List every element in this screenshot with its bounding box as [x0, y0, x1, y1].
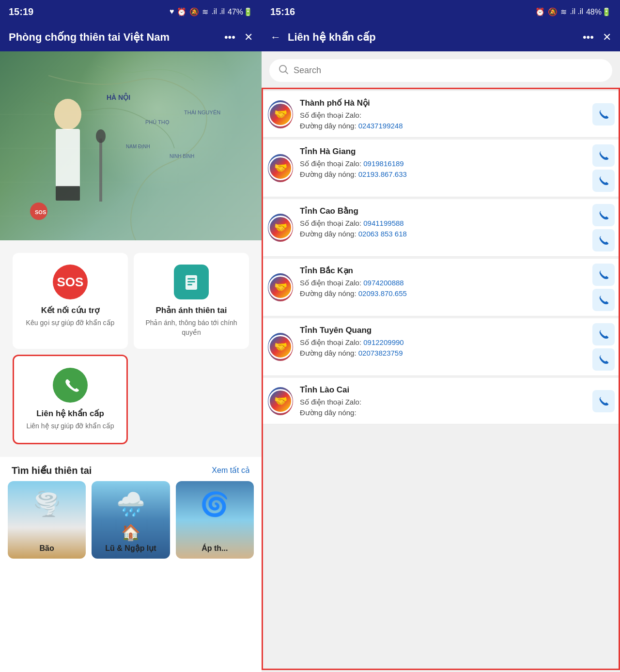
contact-logo: 🤝: [263, 259, 298, 316]
thumb-flood-label: Lũ & Ngập lụt: [92, 544, 170, 553]
hotline-label: Đường dây nóng: 02193.867.633: [300, 170, 585, 179]
zalo-label: Số điện thoại Zalo: 0919816189: [300, 159, 585, 168]
report-label: Phản ánh thiên tai: [156, 305, 227, 315]
contact-item: 🤝 Tỉnh Bắc Kạn Số điện thoại Zalo: 09742…: [263, 259, 619, 316]
hotline-number[interactable]: 02063 853 618: [358, 230, 407, 238]
right-battery-label: 48%🔋: [586, 7, 611, 16]
map-svg: HÀ NỘI PHÚ THỌ THÁI NGUYÊN NAM ĐỊNH NINH…: [0, 51, 262, 240]
contact-name: Tỉnh Tuyên Quang: [300, 325, 585, 335]
zalo-label: Số điện thoại Zalo: 0941199588: [300, 219, 585, 228]
contact-logo: 🤝: [263, 378, 298, 424]
logo-circle: 🤝: [268, 333, 293, 361]
call-button[interactable]: [592, 289, 615, 311]
flood-house-icon: 🏠: [121, 523, 140, 542]
logo-inner: 🤝: [268, 275, 293, 299]
svg-rect-6: [56, 186, 80, 201]
logo-circle: 🤝: [268, 100, 293, 128]
right-more-icon[interactable]: •••: [583, 31, 594, 44]
logo-circle: 🤝: [268, 387, 293, 415]
call-button[interactable]: [592, 264, 615, 286]
search-input[interactable]: [294, 65, 604, 76]
hotline-number[interactable]: 02193.867.633: [358, 170, 407, 178]
thumb-tornado[interactable]: 🌪️ Bão: [8, 481, 86, 559]
back-icon[interactable]: ←: [270, 31, 281, 44]
contact-info: Tỉnh Hà Giang Số điện thoại Zalo: 091981…: [298, 140, 589, 197]
contacts-list: 🤝 Thành phố Hà Nội Số điện thoại Zalo: Đ…: [263, 89, 619, 426]
tornado-icon: 🌪️: [32, 491, 62, 518]
call-button[interactable]: [592, 229, 615, 251]
svg-rect-18: [187, 281, 195, 282]
thumb-apt[interactable]: 🌀 Áp th...: [176, 481, 254, 559]
call-button[interactable]: [592, 103, 615, 125]
contact-name: Tỉnh Cao Bằng: [300, 206, 585, 216]
logo-circle: 🤝: [268, 214, 293, 242]
contact-name: Thành phố Hà Nội: [300, 98, 585, 108]
emergency-icon: [53, 368, 88, 403]
svg-rect-7: [99, 139, 102, 202]
wifi-icon: ≋: [202, 7, 208, 16]
contacts-list-container: 🤝 Thành phố Hà Nội Số điện thoại Zalo: Đ…: [262, 88, 620, 670]
svg-text:THÁI NGUYÊN: THÁI NGUYÊN: [184, 109, 220, 115]
left-header-actions: ••• ✕: [224, 31, 253, 44]
right-signal-icon: .il .il: [570, 7, 583, 16]
contact-info: Tỉnh Lào Cai Số điện thoại Zalo: Đường d…: [298, 378, 589, 424]
battery-label: 47%🔋: [228, 7, 253, 16]
thumb-flood[interactable]: 🌧️ 🏠 Lũ & Ngập lụt: [92, 481, 170, 559]
right-wifi-icon: ≋: [560, 7, 567, 16]
report-card[interactable]: Phản ánh thiên tai Phản ánh, thông báo t…: [134, 253, 249, 349]
call-button[interactable]: [592, 323, 615, 345]
contact-calls: [589, 378, 619, 424]
left-thumbnails: 🌪️ Bão 🌧️ 🏠 Lũ & Ngập lụt 🌀 Áp th...: [0, 481, 262, 566]
hotline-label: Đường dây nóng: 02093.870.655: [300, 289, 585, 298]
svg-text:NAM ĐỊNH: NAM ĐỊNH: [126, 144, 150, 149]
zalo-number[interactable]: 0912209990: [363, 338, 403, 346]
hotline-number[interactable]: 02093.870.655: [358, 289, 407, 297]
logo-inner: 🤝: [268, 389, 293, 413]
call-button[interactable]: [592, 390, 615, 412]
contact-item: 🤝 Thành phố Hà Nội Số điện thoại Zalo: Đ…: [263, 91, 619, 138]
contact-logo: 🤝: [263, 318, 298, 375]
left-time: 15:19: [9, 6, 33, 17]
contact-calls: [589, 199, 619, 256]
call-button[interactable]: [592, 204, 615, 226]
left-section-link[interactable]: Xem tất cả: [212, 466, 250, 475]
contact-calls: [589, 259, 619, 316]
search-icon: [278, 64, 289, 77]
left-close-icon[interactable]: ✕: [244, 31, 253, 44]
right-time: 15:16: [270, 6, 295, 17]
contact-name: Tỉnh Bắc Kạn: [300, 266, 585, 276]
call-button[interactable]: [592, 144, 615, 167]
search-bar[interactable]: [269, 59, 612, 82]
zalo-number[interactable]: 0941199588: [363, 219, 403, 227]
hotline-number[interactable]: 02073823759: [358, 349, 403, 357]
emergency-card[interactable]: Liên hệ khẩn cấp Liên hệ sự giúp đỡ khẩn…: [13, 355, 128, 444]
svg-point-4: [54, 99, 81, 130]
svg-text:PHÚ THỌ: PHÚ THỌ: [145, 119, 170, 125]
contact-item: 🤝 Tỉnh Tuyên Quang Số điện thoại Zalo: 0…: [263, 318, 619, 376]
logo-inner: 🤝: [268, 216, 293, 240]
zalo-label: Số điện thoại Zalo:: [300, 111, 585, 120]
zalo-number[interactable]: 0919816189: [363, 159, 403, 168]
zalo-number[interactable]: 0974200888: [363, 279, 403, 287]
left-cards-grid: SOS Kết nối cứu trợ Kêu gọi sự giúp đỡ k…: [0, 240, 262, 457]
left-more-icon[interactable]: •••: [224, 31, 235, 44]
report-icon: [174, 265, 209, 299]
flood-icon: 🌧️: [116, 491, 145, 518]
call-button[interactable]: [592, 170, 615, 192]
report-desc: Phản ánh, thông báo tới chính quyền: [141, 318, 241, 337]
mute-icon: 🔕: [189, 7, 199, 16]
left-section-title: Tìm hiểu thiên tai: [12, 465, 92, 476]
svg-rect-19: [187, 284, 192, 285]
thumb-tornado-label: Bão: [8, 544, 86, 553]
svg-text:NINH BÌNH: NINH BÌNH: [170, 153, 194, 159]
apt-icon: 🌀: [200, 491, 229, 518]
sos-desc: Kêu gọi sự giúp đỡ khẩn cấp: [26, 318, 115, 328]
sos-card[interactable]: SOS Kết nối cứu trợ Kêu gọi sự giúp đỡ k…: [13, 253, 128, 349]
hotline-number[interactable]: 02437199248: [358, 122, 403, 130]
right-header: ← Liên hệ khẩn cấp ••• ✕: [262, 23, 620, 51]
call-button[interactable]: [592, 348, 615, 371]
hotline-label: Đường dây nóng: 02063 853 618: [300, 230, 585, 238]
right-close-icon[interactable]: ✕: [603, 31, 611, 44]
svg-text:HÀ NỘI: HÀ NỘI: [107, 93, 130, 101]
left-panel: 15:19 ♥ ⏰ 🔕 ≋ .il .il 47%🔋 Phòng chống t…: [0, 0, 262, 672]
